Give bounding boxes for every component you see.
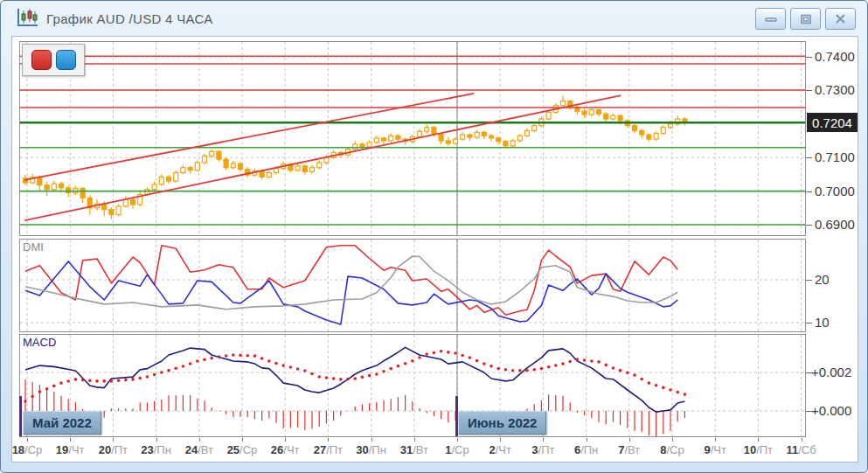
macd-signal-dot: [676, 391, 679, 394]
macd-signal-dot: [411, 359, 414, 363]
candle: [482, 130, 486, 139]
macd-signal-dot: [425, 352, 428, 356]
date-axis-label: 27/Пт: [304, 443, 351, 456]
candle-body: [654, 134, 658, 140]
candle: [203, 154, 207, 164]
date-axis-label: 24/Вт: [176, 443, 223, 456]
candle-body: [496, 138, 501, 142]
candle-body: [174, 172, 178, 181]
candle-body: [490, 136, 494, 138]
dmi-panel[interactable]: DMI: [19, 239, 806, 332]
macd-signal-dot: [511, 369, 515, 372]
candle-body: [396, 136, 400, 139]
date-axis-label: 20/Пт: [89, 443, 136, 456]
axis-tickmark: [806, 157, 812, 158]
macd-signal-dot: [246, 354, 249, 358]
candle: [116, 204, 121, 216]
date-day: 7: [618, 443, 624, 456]
candle-body: [324, 157, 329, 163]
candle-body: [59, 184, 64, 188]
date-tickmark: [500, 438, 501, 442]
price-panel[interactable]: [19, 41, 806, 236]
date-weekday: /Пт: [538, 443, 555, 456]
macd-signal-dot: [346, 378, 350, 381]
date-tickmark: [758, 438, 759, 442]
macd-signal-dot: [568, 360, 572, 364]
axis-tickmark: [806, 280, 812, 281]
macd-signal-dot: [518, 369, 522, 372]
candle-body: [432, 128, 436, 135]
macd-signal-dot: [153, 373, 156, 377]
date-tickmark: [414, 438, 415, 442]
macd-signal-dot: [540, 367, 544, 371]
date-day: 8: [660, 443, 666, 456]
macd-signal-dot: [525, 369, 529, 372]
date-day: 10: [744, 443, 756, 456]
candle-body: [633, 126, 637, 131]
candle-body: [66, 188, 71, 193]
candle-body: [239, 163, 243, 170]
candle-body: [274, 168, 279, 172]
candle-body: [367, 143, 372, 147]
candle: [490, 134, 494, 141]
date-tickmark: [113, 438, 114, 442]
date-weekday: /Ср: [667, 443, 684, 456]
candle: [525, 128, 530, 137]
date-weekday: /Вт: [413, 443, 428, 456]
lower-channel-trendline: [24, 95, 621, 220]
date-day: 3: [531, 443, 538, 456]
date-axis-label: 26/Чт: [261, 443, 309, 456]
axis-tickmark: [806, 57, 812, 58]
date-day: 11: [786, 443, 798, 456]
candle: [224, 157, 228, 170]
candle-body: [167, 177, 171, 181]
candle-body: [439, 134, 443, 141]
candle-body: [597, 110, 601, 115]
candle-body: [374, 138, 378, 143]
macd-signal-dot: [590, 359, 594, 363]
macd-signal-dot: [389, 367, 392, 371]
macd-signal-dot: [38, 390, 42, 393]
date-axis-label: 10/Пт: [734, 443, 781, 456]
macd-signal-dot: [174, 367, 177, 371]
candle-body: [302, 166, 307, 172]
close-button[interactable]: [825, 8, 856, 30]
date-weekday: /Пн: [369, 443, 386, 456]
candle-body: [446, 141, 450, 143]
upper-channel-trendline: [24, 94, 474, 180]
macd-signal-dot: [203, 358, 206, 362]
macd-signal-dot: [397, 365, 400, 368]
candle-body: [482, 132, 486, 136]
axis-tickmark: [806, 90, 812, 91]
macd-panel[interactable]: MACD: [19, 334, 806, 437]
date-axis-label: 30/Пн: [348, 443, 395, 456]
candle-body: [123, 199, 128, 206]
macd-signal-dot: [31, 395, 34, 399]
candle: [633, 124, 637, 134]
dmi-axis-label: 10: [815, 315, 830, 330]
red-square-button[interactable]: [31, 50, 52, 70]
price-axis-label: 0.7000: [815, 184, 855, 198]
restore-button[interactable]: [790, 8, 821, 30]
date-axis-label: 6/Пн: [563, 443, 610, 456]
date-tickmark: [372, 438, 372, 442]
candle-body: [231, 163, 235, 168]
date-weekday: /Пт: [111, 443, 128, 456]
candle: [683, 117, 687, 125]
candle-body: [109, 210, 114, 215]
candle-body: [382, 138, 386, 141]
date-weekday: /Пт: [326, 443, 343, 456]
date-weekday: /Пн: [154, 443, 171, 456]
title-bar[interactable]: График AUD /USD 4 ЧАСА: [1, 1, 867, 36]
candle-body: [640, 130, 644, 135]
candle: [597, 108, 601, 116]
candle: [654, 131, 658, 141]
blue-square-button[interactable]: [56, 50, 76, 70]
minimize-button[interactable]: [755, 8, 786, 30]
window-controls: [755, 8, 856, 30]
candle: [568, 100, 573, 110]
candle-body: [267, 172, 271, 177]
candle: [123, 196, 128, 207]
macd-signal-dot: [375, 372, 378, 376]
date-tickmark: [802, 438, 802, 442]
